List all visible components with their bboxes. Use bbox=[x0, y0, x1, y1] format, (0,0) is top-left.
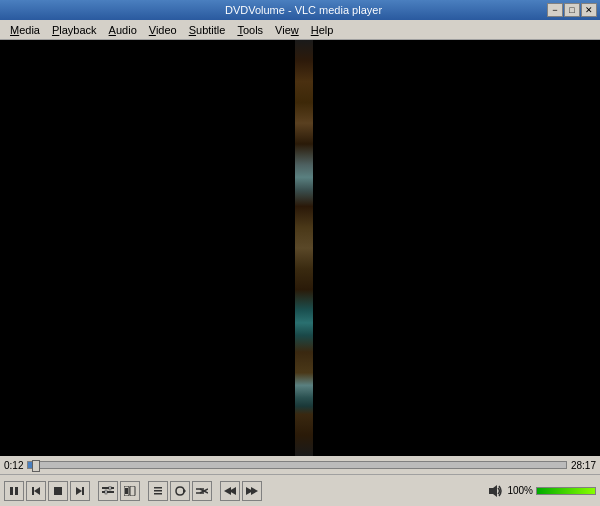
volume-area: 100% bbox=[488, 484, 596, 498]
svg-marker-17 bbox=[183, 488, 186, 494]
minimize-button[interactable]: − bbox=[547, 3, 563, 17]
stop-icon bbox=[53, 486, 63, 496]
next-button[interactable] bbox=[70, 481, 90, 501]
window-title: DVDVolume - VLC media player bbox=[60, 4, 547, 16]
prev-icon bbox=[31, 486, 41, 496]
menu-media[interactable]: Media bbox=[4, 22, 46, 38]
chapter-prev-button[interactable] bbox=[220, 481, 240, 501]
svg-rect-14 bbox=[154, 487, 162, 489]
title-bar: DVDVolume - VLC media player − □ ✕ bbox=[0, 0, 600, 20]
svg-rect-6 bbox=[82, 487, 84, 495]
menu-view[interactable]: View bbox=[269, 22, 305, 38]
svg-rect-1 bbox=[15, 487, 18, 495]
svg-rect-9 bbox=[109, 486, 111, 490]
progress-track[interactable] bbox=[27, 461, 567, 469]
frame-step-icon bbox=[124, 486, 136, 496]
prev-button[interactable] bbox=[26, 481, 46, 501]
menu-help[interactable]: Help bbox=[305, 22, 340, 38]
toggle-extended-button[interactable] bbox=[98, 481, 118, 501]
time-current: 0:12 bbox=[4, 460, 23, 471]
progress-thumb[interactable] bbox=[32, 460, 40, 472]
svg-rect-0 bbox=[10, 487, 13, 495]
svg-rect-16 bbox=[154, 493, 162, 495]
extended-icon bbox=[102, 486, 114, 496]
volume-icon[interactable] bbox=[488, 484, 504, 498]
menu-video[interactable]: Video bbox=[143, 22, 183, 38]
next-icon bbox=[75, 486, 85, 496]
chapter-next-icon bbox=[246, 486, 258, 496]
svg-marker-2 bbox=[34, 487, 40, 495]
svg-rect-4 bbox=[54, 487, 62, 495]
time-total: 28:17 bbox=[571, 460, 596, 471]
menu-tools[interactable]: Tools bbox=[231, 22, 269, 38]
play-pause-icon bbox=[9, 486, 19, 496]
loop-button[interactable] bbox=[170, 481, 190, 501]
maximize-button[interactable]: □ bbox=[564, 3, 580, 17]
menu-playback[interactable]: Playback bbox=[46, 22, 103, 38]
window-controls: − □ ✕ bbox=[547, 3, 600, 17]
play-pause-button[interactable] bbox=[4, 481, 24, 501]
svg-rect-13 bbox=[125, 488, 128, 494]
random-icon bbox=[196, 486, 208, 496]
chapter-next-button[interactable] bbox=[242, 481, 262, 501]
menu-audio[interactable]: Audio bbox=[103, 22, 143, 38]
playlist-icon bbox=[153, 486, 163, 496]
svg-rect-7 bbox=[102, 487, 114, 489]
menu-subtitle[interactable]: Subtitle bbox=[183, 22, 232, 38]
volume-slider[interactable] bbox=[536, 487, 596, 495]
close-button[interactable]: ✕ bbox=[581, 3, 597, 17]
chapter-prev-icon bbox=[224, 486, 236, 496]
loop-icon bbox=[174, 486, 186, 496]
menu-bar: Media Playback Audio Video Subtitle Tool… bbox=[0, 20, 600, 40]
svg-marker-26 bbox=[489, 485, 497, 497]
stop-button[interactable] bbox=[48, 481, 68, 501]
volume-fill bbox=[537, 488, 595, 494]
volume-label: 100% bbox=[507, 485, 533, 496]
progress-area: 0:12 28:17 bbox=[0, 456, 600, 474]
svg-rect-10 bbox=[105, 490, 107, 494]
svg-marker-5 bbox=[76, 487, 82, 495]
svg-rect-3 bbox=[32, 487, 34, 495]
svg-rect-8 bbox=[102, 491, 114, 493]
video-content bbox=[0, 40, 600, 456]
svg-marker-25 bbox=[251, 487, 258, 495]
random-button[interactable] bbox=[192, 481, 212, 501]
svg-marker-23 bbox=[224, 487, 231, 495]
playlist-button[interactable] bbox=[148, 481, 168, 501]
svg-rect-15 bbox=[154, 490, 162, 492]
svg-rect-12 bbox=[130, 486, 135, 496]
frame-step-button[interactable] bbox=[120, 481, 140, 501]
video-area[interactable] bbox=[0, 40, 600, 456]
video-strip bbox=[295, 40, 313, 456]
controls-bar: 100% bbox=[0, 474, 600, 506]
